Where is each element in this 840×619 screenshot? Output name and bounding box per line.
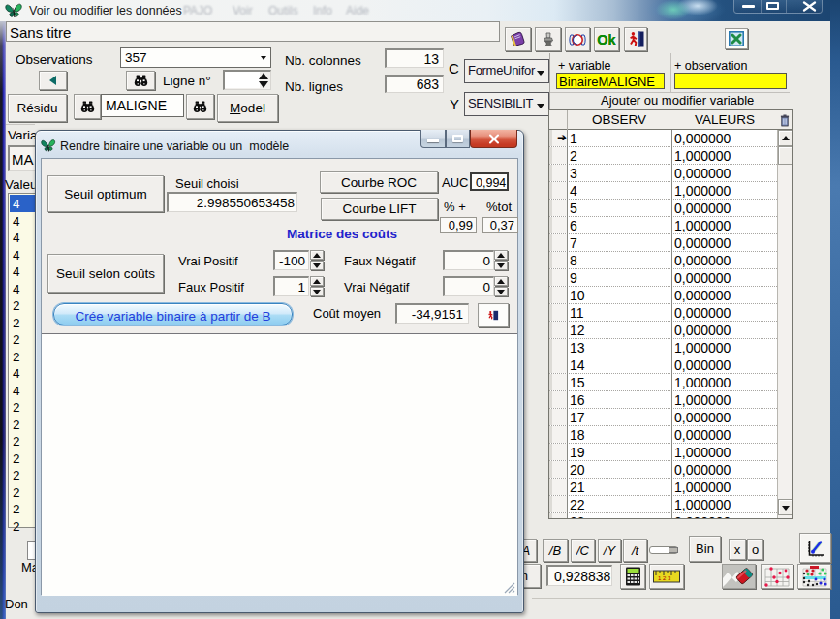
svg-text:1 2 3: 1 2 3: [658, 575, 671, 581]
